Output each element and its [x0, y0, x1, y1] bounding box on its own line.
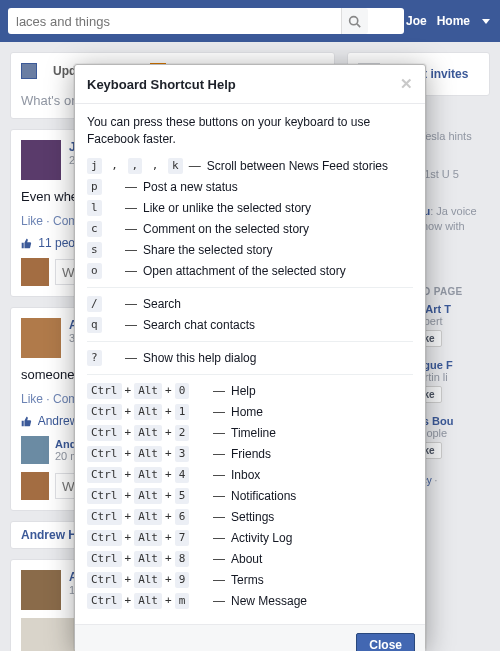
shortcut-keys: j , , , k [87, 158, 183, 174]
shortcut-desc: New Message [231, 594, 307, 608]
key: Alt [134, 551, 162, 567]
close-icon[interactable]: ✕ [400, 75, 413, 93]
shortcut-keys: l [87, 200, 119, 216]
dash: — [213, 384, 225, 398]
key: Ctrl [87, 404, 122, 420]
separator [87, 287, 413, 288]
key: Ctrl [87, 446, 122, 462]
keyboard-shortcut-modal: Keyboard Shortcut Help ✕ You can press t… [74, 64, 426, 651]
shortcut-row: c—Comment on the selected story [87, 221, 413, 237]
shortcut-keys: Ctrl+Alt+1 [87, 404, 207, 420]
shortcut-row: l—Like or unlike the selected story [87, 200, 413, 216]
key: 9 [175, 572, 190, 588]
key: Ctrl [87, 572, 122, 588]
shortcut-row: s—Share the selected story [87, 242, 413, 258]
key: Ctrl [87, 593, 122, 609]
dash: — [125, 243, 137, 257]
shortcut-desc: Help [231, 384, 256, 398]
avatar [21, 570, 61, 610]
key: 5 [175, 488, 190, 504]
key: s [87, 242, 102, 258]
avatar [21, 472, 49, 500]
key: 3 [175, 446, 190, 462]
key: k [168, 158, 183, 174]
key: 2 [175, 425, 190, 441]
shortcut-desc: Post a new status [143, 180, 238, 194]
dash: — [213, 468, 225, 482]
shortcut-row: ?—Show this help dialog [87, 350, 413, 366]
shortcut-row: Ctrl+Alt+8—About [87, 551, 413, 567]
svg-line-1 [357, 23, 360, 26]
chevron-down-icon[interactable] [482, 19, 490, 24]
shortcut-row: Ctrl+Alt+3—Friends [87, 446, 413, 462]
shortcut-row: Ctrl+Alt+5—Notifications [87, 488, 413, 504]
home-link[interactable]: Home [437, 14, 470, 28]
shortcut-desc: Activity Log [231, 531, 292, 545]
key: 6 [175, 509, 190, 525]
shortcut-desc: Show this help dialog [143, 351, 256, 365]
dash: — [213, 426, 225, 440]
thumb-up-icon [21, 416, 32, 427]
dash: — [125, 180, 137, 194]
shortcut-desc: Open attachment of the selected story [143, 264, 346, 278]
modal-title: Keyboard Shortcut Help [87, 77, 236, 92]
key: j [87, 158, 102, 174]
shortcut-row: Ctrl+Alt+2—Timeline [87, 425, 413, 441]
key: Alt [134, 593, 162, 609]
key: Alt [134, 530, 162, 546]
shortcut-desc: Share the selected story [143, 243, 272, 257]
dash: — [213, 405, 225, 419]
shortcut-desc: Home [231, 405, 263, 419]
dash: — [213, 447, 225, 461]
key: Alt [134, 572, 162, 588]
key: Ctrl [87, 425, 122, 441]
shortcut-desc: Search chat contacts [143, 318, 255, 332]
modal-body: You can press these buttons on your keyb… [75, 104, 425, 624]
topbar: Joe Home [0, 0, 500, 42]
shortcut-desc: Terms [231, 573, 264, 587]
dash: — [213, 594, 225, 608]
close-button[interactable]: Close [356, 633, 415, 651]
dash: — [125, 222, 137, 236]
shortcut-keys: Ctrl+Alt+6 [87, 509, 207, 525]
key: Alt [134, 425, 162, 441]
shortcut-row: Ctrl+Alt+m—New Message [87, 593, 413, 609]
shortcut-keys: Ctrl+Alt+8 [87, 551, 207, 567]
shortcut-row: Ctrl+Alt+4—Inbox [87, 467, 413, 483]
shortcut-keys: Ctrl+Alt+7 [87, 530, 207, 546]
shortcut-row: Ctrl+Alt+1—Home [87, 404, 413, 420]
shortcut-desc: Search [143, 297, 181, 311]
key: 8 [175, 551, 190, 567]
modal-overlay: Keyboard Shortcut Help ✕ You can press t… [0, 42, 500, 651]
avatar [21, 318, 61, 358]
dash: — [213, 573, 225, 587]
shortcut-keys: o [87, 263, 119, 279]
shortcut-row: q—Search chat contacts [87, 317, 413, 333]
shortcut-row: Ctrl+Alt+9—Terms [87, 572, 413, 588]
key: Ctrl [87, 530, 122, 546]
dash: — [125, 264, 137, 278]
shortcut-desc: Comment on the selected story [143, 222, 309, 236]
shortcut-keys: Ctrl+Alt+m [87, 593, 207, 609]
avatar [21, 436, 49, 464]
dash: — [213, 552, 225, 566]
shortcut-desc: Notifications [231, 489, 296, 503]
separator [87, 341, 413, 342]
shortcut-keys: Ctrl+Alt+9 [87, 572, 207, 588]
shortcut-desc: Settings [231, 510, 274, 524]
avatar [21, 258, 49, 286]
shortcut-row: p—Post a new status [87, 179, 413, 195]
shortcut-row: Ctrl+Alt+6—Settings [87, 509, 413, 525]
separator [87, 374, 413, 375]
key: Alt [134, 383, 162, 399]
key: Alt [134, 488, 162, 504]
search-icon[interactable] [341, 8, 368, 34]
key: 4 [175, 467, 190, 483]
key: Ctrl [87, 509, 122, 525]
shortcut-keys: Ctrl+Alt+3 [87, 446, 207, 462]
avatar [21, 140, 61, 180]
shortcut-keys: / [87, 296, 119, 312]
shortcut-keys: s [87, 242, 119, 258]
key: Alt [134, 404, 162, 420]
pencil-icon [21, 63, 37, 79]
